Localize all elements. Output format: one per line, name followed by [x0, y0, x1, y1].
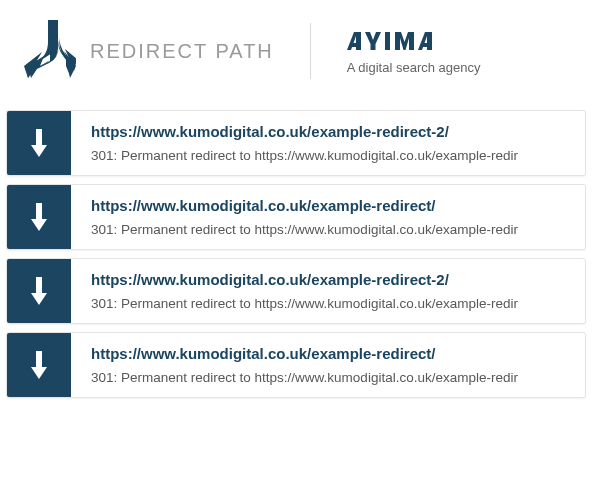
- svg-rect-1: [385, 32, 390, 50]
- redirect-status: 301: Permanent redirect to https://www.k…: [91, 148, 569, 163]
- redirect-row[interactable]: https://www.kumodigital.co.uk/example-re…: [6, 184, 586, 250]
- redirect-status: 301: Permanent redirect to https://www.k…: [91, 222, 569, 237]
- arrow-down-icon: [7, 111, 71, 175]
- arrow-down-icon: [7, 259, 71, 323]
- redirect-row-body: https://www.kumodigital.co.uk/example-re…: [71, 185, 585, 249]
- header-divider: [310, 23, 311, 79]
- header: REDIRECT PATH A digital search agency: [0, 0, 592, 110]
- svg-rect-0: [48, 20, 58, 44]
- brand-right: A digital search agency: [347, 28, 481, 75]
- ayima-logo: [347, 28, 467, 58]
- redirect-url[interactable]: https://www.kumodigital.co.uk/example-re…: [91, 197, 569, 214]
- brand-left: REDIRECT PATH: [20, 20, 274, 82]
- arrow-down-icon: [7, 185, 71, 249]
- redirect-url[interactable]: https://www.kumodigital.co.uk/example-re…: [91, 345, 569, 362]
- redirect-path-logo-icon: [20, 20, 76, 82]
- redirect-row[interactable]: https://www.kumodigital.co.uk/example-re…: [6, 258, 586, 324]
- redirect-status: 301: Permanent redirect to https://www.k…: [91, 370, 569, 385]
- redirect-row-body: https://www.kumodigital.co.uk/example-re…: [71, 111, 585, 175]
- redirect-row[interactable]: https://www.kumodigital.co.uk/example-re…: [6, 332, 586, 398]
- redirect-url[interactable]: https://www.kumodigital.co.uk/example-re…: [91, 271, 569, 288]
- redirect-url[interactable]: https://www.kumodigital.co.uk/example-re…: [91, 123, 569, 140]
- redirect-row[interactable]: https://www.kumodigital.co.uk/example-re…: [6, 110, 586, 176]
- redirect-status: 301: Permanent redirect to https://www.k…: [91, 296, 569, 311]
- arrow-down-icon: [7, 333, 71, 397]
- redirect-row-body: https://www.kumodigital.co.uk/example-re…: [71, 259, 585, 323]
- app-title: REDIRECT PATH: [90, 40, 274, 63]
- redirect-list: https://www.kumodigital.co.uk/example-re…: [0, 110, 592, 412]
- redirect-row-body: https://www.kumodigital.co.uk/example-re…: [71, 333, 585, 397]
- ayima-tagline: A digital search agency: [347, 60, 481, 75]
